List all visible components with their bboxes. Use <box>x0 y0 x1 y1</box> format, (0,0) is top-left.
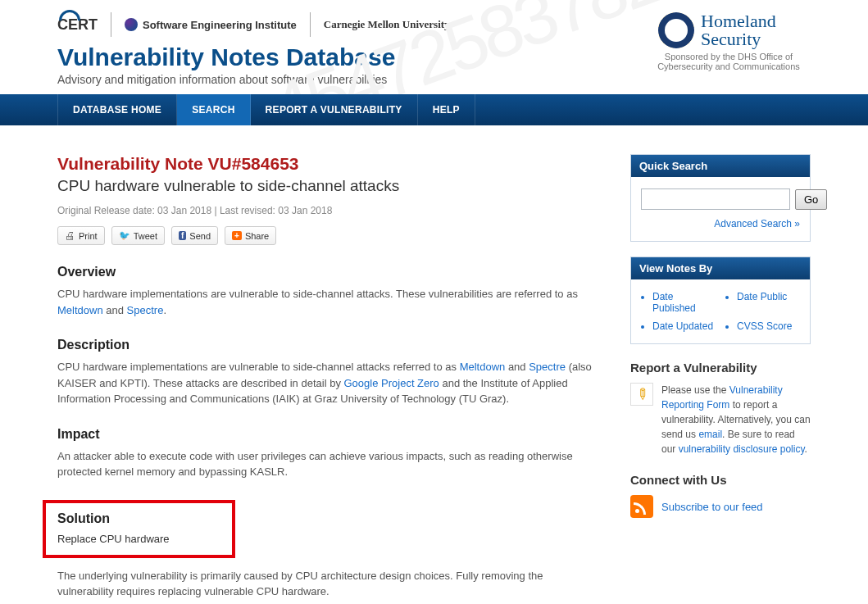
cert-logo[interactable]: CERT <box>57 16 98 34</box>
go-button[interactable]: Go <box>795 189 827 210</box>
note-dates: Original Release date: 03 Jan 2018 | Las… <box>57 205 598 216</box>
view-notes-heading: View Notes By <box>631 257 810 279</box>
overview-section: Overview CPU hardware implementations ar… <box>57 265 598 318</box>
view-notes-item[interactable]: Date Public <box>737 291 800 314</box>
spectre-link[interactable]: Spectre <box>127 304 164 316</box>
main-content: Vulnerability Note VU#584653 CPU hardwar… <box>57 154 598 600</box>
rss-icon <box>630 495 653 518</box>
email-link[interactable]: email <box>698 429 722 440</box>
solution-heading: Solution <box>57 511 220 526</box>
printer-icon: 🖨 <box>65 229 75 242</box>
sidebar: Quick Search Go Advanced Search » View N… <box>630 154 811 600</box>
advanced-search-link[interactable]: Advanced Search » <box>714 218 800 229</box>
pencil-icon: ✎ <box>630 383 653 406</box>
site-subtitle: Advisory and mitigation information abou… <box>57 73 811 86</box>
nav-item-report-a-vulnerability[interactable]: REPORT A VULNERABILITY <box>251 94 418 125</box>
site-header: 454725837823 CERT Software Engineering I… <box>0 0 868 94</box>
tweet-button[interactable]: 🐦Tweet <box>111 226 165 245</box>
dhs-seal-icon <box>658 12 694 48</box>
twitter-icon: 🐦 <box>119 230 130 241</box>
report-block: ✎ Please use the Vulnerability Reporting… <box>630 383 811 456</box>
meltdown-link-2[interactable]: Meltdown <box>460 361 506 373</box>
main-nav: DATABASE HOMESEARCHREPORT A VULNERABILIT… <box>0 94 868 125</box>
description-heading: Description <box>57 338 598 352</box>
sponsor-block[interactable]: Homeland Security Sponsored by the DHS O… <box>647 12 811 71</box>
impact-heading: Impact <box>57 427 598 442</box>
solution-text: The underlying vulnerability is primaril… <box>57 568 598 600</box>
project-zero-link[interactable]: Google Project Zero <box>344 377 439 389</box>
nav-item-search[interactable]: SEARCH <box>177 94 250 125</box>
meltdown-link[interactable]: Meltdown <box>57 304 103 316</box>
spectre-link-2[interactable]: Spectre <box>529 361 566 373</box>
rss-row[interactable]: Subscribe to our feed <box>630 495 811 518</box>
disclosure-policy-link[interactable]: vulnerability disclosure policy <box>679 443 805 455</box>
print-button[interactable]: 🖨Print <box>57 226 105 245</box>
description-section: Description CPU hardware implementations… <box>57 338 598 407</box>
nav-item-database-home[interactable]: DATABASE HOME <box>57 94 177 125</box>
addthis-icon: + <box>232 231 242 240</box>
view-notes-item[interactable]: Date Published <box>652 291 716 314</box>
share-button[interactable]: +Share <box>225 226 276 245</box>
sei-logo[interactable]: Software Engineering Institute <box>125 18 297 31</box>
overview-heading: Overview <box>57 265 598 279</box>
sponsor-line: Sponsored by the DHS Office of Cybersecu… <box>647 52 811 71</box>
solution-bold: Replace CPU hardware <box>57 533 220 545</box>
impact-section: Impact An attacker able to execute code … <box>57 427 598 480</box>
view-notes-item[interactable]: Date Updated <box>652 320 716 332</box>
report-heading: Report a Vulnerability <box>630 361 811 375</box>
facebook-icon: f <box>179 231 186 240</box>
quick-search-heading: Quick Search <box>631 155 810 177</box>
quick-search-panel: Quick Search Go Advanced Search » <box>630 154 811 242</box>
cmu-logo[interactable]: Carnegie Mellon University <box>324 18 450 31</box>
send-button[interactable]: fSend <box>171 226 218 245</box>
search-input[interactable] <box>641 188 790 210</box>
view-notes-panel: View Notes By Date PublishedDate PublicD… <box>630 257 811 344</box>
rss-link[interactable]: Subscribe to our feed <box>661 501 763 513</box>
sponsor-name: Homeland Security <box>701 12 799 48</box>
view-notes-item[interactable]: CVSS Score <box>737 320 800 332</box>
note-title: Vulnerability Note VU#584653 <box>57 154 598 174</box>
share-row: 🖨Print 🐦Tweet fSend +Share <box>57 226 598 245</box>
connect-heading: Connect with Us <box>630 473 811 487</box>
nav-item-help[interactable]: HELP <box>418 94 475 125</box>
solution-highlight-box: Solution Replace CPU hardware <box>43 500 235 558</box>
note-subtitle: CPU hardware vulnerable to side-channel … <box>57 177 598 195</box>
